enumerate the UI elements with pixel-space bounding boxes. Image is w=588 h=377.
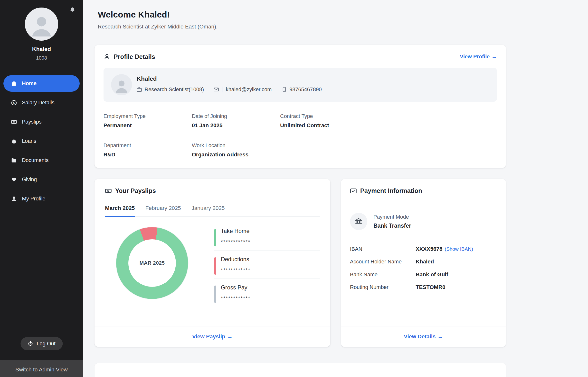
legend-item: Gross Pay ************: [214, 284, 320, 301]
sidebar-item-label: Giving: [22, 176, 37, 183]
user-avatar: [25, 8, 58, 41]
legend-item: Take Home ************: [214, 228, 320, 250]
sidebar-item-label: My Profile: [22, 196, 45, 202]
payment-mode-value: Bank Transfer: [373, 223, 411, 229]
page-header: Welcome Khaled! Research Scientist at Zy…: [83, 0, 586, 30]
employee-summary-box: Khaled Research Scientist(1008) khaled@z…: [103, 68, 497, 102]
sidebar-item-label: Loans: [22, 138, 36, 144]
payment-mode-label: Payment Mode: [373, 214, 411, 220]
payment-details-rows: IBAN XXXX5678 (Show IBAN) Account Holder…: [350, 246, 497, 290]
donut-center-label: MAR 2025: [116, 227, 188, 299]
logout-button[interactable]: Log Out: [20, 337, 63, 350]
sidebar-item-salary-details[interactable]: $ Salary Details: [3, 94, 80, 111]
briefcase-icon: [137, 87, 142, 92]
sidebar-item-payslips[interactable]: Payslips: [3, 114, 80, 130]
employee-avatar: [111, 74, 132, 95]
loans-icon: [11, 138, 17, 144]
switch-to-admin-view[interactable]: Switch to Admin View: [0, 360, 83, 377]
sidebar-item-home[interactable]: Home: [3, 75, 80, 92]
arrow-right-icon: →: [227, 333, 232, 340]
bank-icon: [350, 213, 367, 230]
sidebar-item-label: Salary Details: [22, 99, 55, 106]
logout-label: Log Out: [37, 341, 56, 347]
payslips-card-title: Your Payslips: [115, 187, 156, 194]
your-payslips-card: Your Payslips March 2025 February 2025 J…: [95, 179, 331, 347]
bell-icon[interactable]: [69, 7, 75, 14]
mail-icon: [214, 87, 219, 92]
sidebar-item-label: Payslips: [22, 119, 42, 125]
legend-item: Deductions ************: [214, 256, 320, 279]
profile-card-title: Profile Details: [114, 53, 155, 60]
field-employment-type: Employment Type Permanent: [103, 113, 192, 129]
row-bank-name: Bank Name Bank of Gulf: [350, 271, 497, 278]
user-icon: [103, 53, 110, 60]
sidebar-item-loans[interactable]: Loans: [3, 133, 80, 149]
row-account-holder-name: Account Holder Name Khaled: [350, 259, 497, 265]
legend-color-bar: [214, 285, 216, 303]
payment-information-card: Payment Information Payment Mode Bank Tr…: [341, 179, 506, 347]
field-date-of-joining: Date of Joining 01 Jan 2025: [192, 113, 280, 129]
sidebar-item-giving[interactable]: Giving: [3, 171, 80, 188]
field-department: Department R&D: [103, 142, 192, 158]
payment-mode: Payment Mode Bank Transfer: [350, 213, 497, 230]
page-subtitle: Research Scientist at Zylker Middle East…: [98, 24, 586, 30]
employee-phone: 98765467890: [282, 86, 322, 93]
power-icon: [27, 341, 33, 346]
text-cursor: [222, 87, 222, 93]
payslip-month-tabs: March 2025 February 2025 January 2025: [105, 205, 320, 217]
employee-name: Khaled: [137, 75, 322, 82]
sidebar-menu: Home $ Salary Details Payslips Loans Doc…: [0, 75, 83, 207]
legend-color-bar: [214, 229, 216, 246]
page-title: Welcome Khaled!: [98, 10, 586, 20]
payslip-donut-chart: MAR 2025: [116, 227, 188, 299]
salary-icon: $: [11, 100, 17, 106]
giving-icon: [11, 177, 17, 183]
employee-email: khaled@zylker.com: [214, 86, 272, 93]
payslips-icon: [11, 119, 17, 125]
legend-color-bar: [214, 257, 216, 275]
sidebar-item-label: Home: [22, 80, 37, 87]
view-details-link[interactable]: View Details →: [404, 333, 443, 340]
payslip-legend: Take Home ************ Deductions ******…: [214, 228, 320, 301]
svg-text:$: $: [13, 101, 15, 105]
arrow-right-icon: →: [491, 54, 497, 60]
payment-card-title: Payment Information: [360, 187, 422, 194]
tab-march-2025[interactable]: March 2025: [105, 205, 135, 217]
row-iban: IBAN XXXX5678 (Show IBAN): [350, 246, 497, 252]
main-content: Welcome Khaled! Research Scientist at Zy…: [83, 0, 586, 377]
sidebar-item-documents[interactable]: Documents: [3, 152, 80, 169]
sidebar-user-id: 1008: [0, 55, 83, 61]
tab-january-2025[interactable]: January 2025: [191, 205, 225, 217]
profile-fields-grid: Employment Type Permanent Date of Joinin…: [103, 113, 497, 158]
documents-icon: [11, 157, 17, 164]
banknote-icon: [105, 188, 112, 194]
app-root: Khaled 1008 Home $ Salary Details Paysli…: [0, 0, 586, 377]
profile-details-card: Profile Details View Profile → Khaled: [95, 45, 506, 168]
tab-february-2025[interactable]: February 2025: [145, 205, 181, 217]
home-icon: [11, 81, 17, 87]
employee-role: Research Scientist(1008): [137, 86, 204, 93]
card-check-icon: [350, 188, 357, 194]
arrow-right-icon: →: [438, 333, 443, 340]
phone-icon: [282, 87, 287, 92]
my-profile-icon: [11, 196, 17, 202]
view-profile-link[interactable]: View Profile →: [460, 54, 497, 60]
next-card-peek: [95, 363, 506, 377]
sidebar-user-name: Khaled: [0, 46, 83, 53]
show-iban-link[interactable]: (Show IBAN): [445, 246, 473, 252]
field-contract-type: Contract Type Unlimited Contract: [280, 113, 497, 129]
sidebar-item-label: Documents: [22, 157, 49, 164]
view-payslip-link[interactable]: View Payslip →: [192, 333, 233, 340]
sidebar: Khaled 1008 Home $ Salary Details Paysli…: [0, 0, 83, 377]
field-work-location: Work Location Organization Address: [192, 142, 280, 158]
row-routing-number: Routing Number TESTOMR0: [350, 284, 497, 290]
sidebar-item-my-profile[interactable]: My Profile: [3, 190, 80, 207]
